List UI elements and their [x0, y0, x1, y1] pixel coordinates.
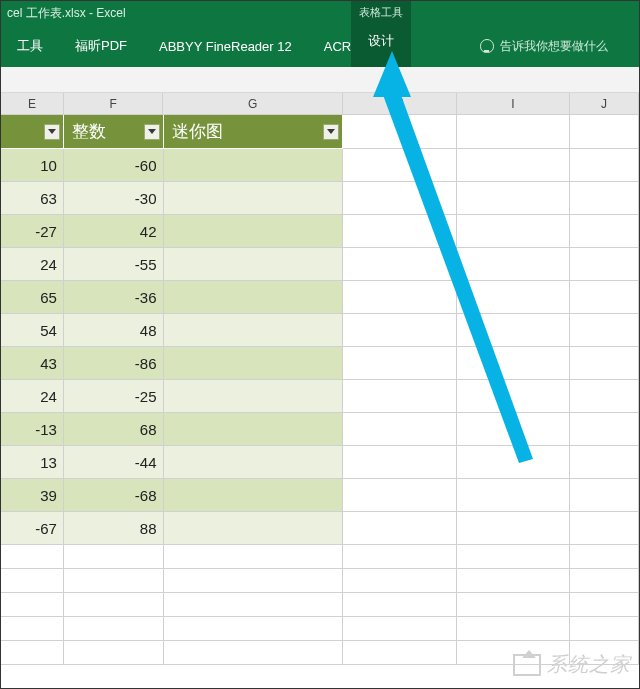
cell[interactable]	[457, 617, 571, 641]
tab-abbyy[interactable]: ABBYY FineReader 12	[143, 25, 308, 67]
cell[interactable]: -36	[64, 281, 164, 314]
cell[interactable]	[164, 545, 343, 569]
cell[interactable]	[570, 446, 639, 479]
cell[interactable]	[457, 479, 571, 512]
cell[interactable]: 43	[1, 347, 64, 380]
cell[interactable]	[570, 617, 639, 641]
cell[interactable]: 65	[1, 281, 64, 314]
cell[interactable]	[457, 446, 571, 479]
cell[interactable]	[343, 641, 457, 665]
cell[interactable]	[164, 617, 343, 641]
cell[interactable]: -25	[64, 380, 164, 413]
filter-icon[interactable]	[144, 124, 160, 140]
cell[interactable]	[457, 182, 571, 215]
cell[interactable]	[457, 248, 571, 281]
cell[interactable]: -13	[1, 413, 64, 446]
table-header-F[interactable]: 整数	[64, 115, 164, 149]
cell[interactable]	[570, 593, 639, 617]
cell[interactable]	[64, 593, 164, 617]
cell[interactable]	[457, 545, 571, 569]
cell[interactable]	[343, 182, 457, 215]
col-header-J[interactable]: J	[570, 93, 639, 115]
cell[interactable]	[64, 641, 164, 665]
cell[interactable]	[343, 479, 457, 512]
cell[interactable]	[343, 617, 457, 641]
cell[interactable]	[164, 281, 343, 314]
cell[interactable]: 42	[64, 215, 164, 248]
cell[interactable]	[570, 314, 639, 347]
cell[interactable]	[570, 380, 639, 413]
cell[interactable]	[457, 413, 571, 446]
cell[interactable]: 54	[1, 314, 64, 347]
cell[interactable]	[570, 347, 639, 380]
cell[interactable]	[164, 446, 343, 479]
cell[interactable]	[570, 479, 639, 512]
cell[interactable]: 68	[64, 413, 164, 446]
cell[interactable]	[343, 149, 457, 182]
cell[interactable]	[457, 380, 571, 413]
tell-me-search[interactable]: 告诉我你想要做什么	[480, 38, 608, 55]
filter-icon[interactable]	[323, 124, 339, 140]
cell[interactable]	[343, 347, 457, 380]
cell[interactable]	[570, 512, 639, 545]
cell[interactable]	[343, 512, 457, 545]
cell[interactable]	[64, 545, 164, 569]
cell[interactable]	[570, 545, 639, 569]
cell[interactable]	[457, 347, 571, 380]
cell[interactable]: 48	[64, 314, 164, 347]
cell[interactable]	[457, 512, 571, 545]
col-header-I[interactable]: I	[457, 93, 571, 115]
cell[interactable]	[164, 347, 343, 380]
cell[interactable]	[570, 182, 639, 215]
cell[interactable]: 24	[1, 380, 64, 413]
cell[interactable]: -30	[64, 182, 164, 215]
cell[interactable]	[570, 413, 639, 446]
cell[interactable]	[343, 281, 457, 314]
cell[interactable]	[570, 149, 639, 182]
cell[interactable]: -86	[64, 347, 164, 380]
cell[interactable]: -68	[64, 479, 164, 512]
worksheet[interactable]: E F G H I J 整数 迷你图 10-6063-30-274224-556…	[1, 93, 639, 665]
cell[interactable]	[570, 215, 639, 248]
cell[interactable]: -67	[1, 512, 64, 545]
cell[interactable]	[457, 149, 571, 182]
cell[interactable]	[1, 569, 64, 593]
col-header-G[interactable]: G	[163, 93, 342, 115]
cell[interactable]	[343, 248, 457, 281]
cell[interactable]: 13	[1, 446, 64, 479]
cell[interactable]	[343, 314, 457, 347]
cell[interactable]: -55	[64, 248, 164, 281]
tab-tools[interactable]: 工具	[1, 25, 59, 67]
cell[interactable]: 88	[64, 512, 164, 545]
cell[interactable]	[164, 413, 343, 446]
cell[interactable]: 63	[1, 182, 64, 215]
cell[interactable]	[1, 593, 64, 617]
cell[interactable]	[343, 593, 457, 617]
cell[interactable]	[570, 248, 639, 281]
cell[interactable]: -60	[64, 149, 164, 182]
cell[interactable]	[164, 641, 343, 665]
cell[interactable]	[343, 115, 457, 149]
cell[interactable]	[343, 380, 457, 413]
col-header-E[interactable]: E	[1, 93, 64, 115]
cell[interactable]: -44	[64, 446, 164, 479]
cell[interactable]	[457, 593, 571, 617]
cell[interactable]: 24	[1, 248, 64, 281]
cell[interactable]	[1, 617, 64, 641]
cell[interactable]	[343, 569, 457, 593]
cell[interactable]: 10	[1, 149, 64, 182]
filter-icon[interactable]	[44, 124, 60, 140]
cell[interactable]	[457, 281, 571, 314]
cell[interactable]	[64, 617, 164, 641]
cell[interactable]	[457, 569, 571, 593]
cell[interactable]	[164, 569, 343, 593]
table-header-E[interactable]	[1, 115, 64, 149]
cell[interactable]	[570, 281, 639, 314]
cell[interactable]	[343, 545, 457, 569]
cell[interactable]	[164, 512, 343, 545]
table-header-G[interactable]: 迷你图	[164, 115, 343, 149]
cell[interactable]	[164, 380, 343, 413]
cell[interactable]	[164, 215, 343, 248]
cell[interactable]: 39	[1, 479, 64, 512]
cell[interactable]	[164, 248, 343, 281]
